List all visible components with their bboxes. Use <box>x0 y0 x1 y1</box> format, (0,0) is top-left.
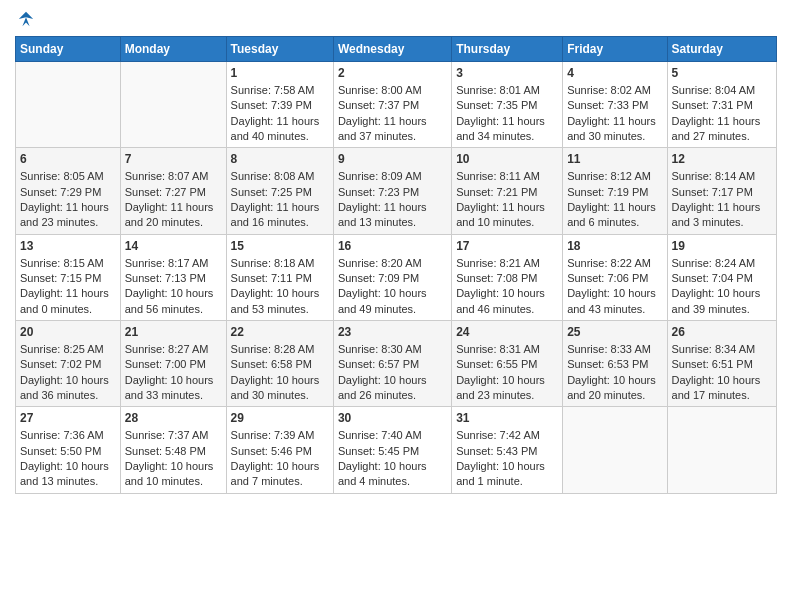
calendar-cell: 30Sunrise: 7:40 AMSunset: 5:45 PMDayligh… <box>333 407 451 493</box>
col-header-tuesday: Tuesday <box>226 37 333 62</box>
day-number: 14 <box>125 238 222 255</box>
day-info: Sunrise: 8:25 AM <box>20 342 116 357</box>
calendar-cell: 18Sunrise: 8:22 AMSunset: 7:06 PMDayligh… <box>563 234 667 320</box>
day-info: Daylight: 10 hours and 7 minutes. <box>231 459 329 490</box>
day-info: Daylight: 10 hours and 53 minutes. <box>231 286 329 317</box>
logo <box>15 10 35 28</box>
day-info: Daylight: 10 hours and 56 minutes. <box>125 286 222 317</box>
day-info: Daylight: 10 hours and 1 minute. <box>456 459 558 490</box>
day-info: Sunset: 7:25 PM <box>231 185 329 200</box>
week-row-0: 1Sunrise: 7:58 AMSunset: 7:39 PMDaylight… <box>16 62 777 148</box>
day-info: Daylight: 11 hours and 16 minutes. <box>231 200 329 231</box>
day-info: Sunrise: 8:24 AM <box>672 256 772 271</box>
day-info: Sunrise: 7:36 AM <box>20 428 116 443</box>
day-info: Sunset: 7:29 PM <box>20 185 116 200</box>
week-row-1: 6Sunrise: 8:05 AMSunset: 7:29 PMDaylight… <box>16 148 777 234</box>
day-info: Sunrise: 8:27 AM <box>125 342 222 357</box>
day-info: Sunrise: 8:08 AM <box>231 169 329 184</box>
svg-marker-0 <box>19 12 33 26</box>
day-info: Sunset: 7:13 PM <box>125 271 222 286</box>
day-info: Sunset: 7:15 PM <box>20 271 116 286</box>
day-info: Daylight: 10 hours and 46 minutes. <box>456 286 558 317</box>
calendar-cell: 14Sunrise: 8:17 AMSunset: 7:13 PMDayligh… <box>120 234 226 320</box>
day-info: Daylight: 11 hours and 6 minutes. <box>567 200 662 231</box>
logo-bird-icon <box>17 10 35 28</box>
calendar-cell: 13Sunrise: 8:15 AMSunset: 7:15 PMDayligh… <box>16 234 121 320</box>
calendar-cell: 9Sunrise: 8:09 AMSunset: 7:23 PMDaylight… <box>333 148 451 234</box>
col-header-friday: Friday <box>563 37 667 62</box>
page: SundayMondayTuesdayWednesdayThursdayFrid… <box>0 0 792 504</box>
day-info: Sunrise: 8:00 AM <box>338 83 447 98</box>
day-number: 16 <box>338 238 447 255</box>
day-info: Daylight: 11 hours and 27 minutes. <box>672 114 772 145</box>
day-info: Sunrise: 8:21 AM <box>456 256 558 271</box>
day-number: 26 <box>672 324 772 341</box>
day-info: Sunset: 5:48 PM <box>125 444 222 459</box>
day-info: Sunrise: 7:40 AM <box>338 428 447 443</box>
calendar-cell: 16Sunrise: 8:20 AMSunset: 7:09 PMDayligh… <box>333 234 451 320</box>
day-info: Sunrise: 7:42 AM <box>456 428 558 443</box>
calendar-cell: 3Sunrise: 8:01 AMSunset: 7:35 PMDaylight… <box>452 62 563 148</box>
day-info: Sunrise: 8:11 AM <box>456 169 558 184</box>
day-info: Daylight: 10 hours and 33 minutes. <box>125 373 222 404</box>
day-number: 10 <box>456 151 558 168</box>
day-info: Sunrise: 8:33 AM <box>567 342 662 357</box>
day-info: Sunset: 6:58 PM <box>231 357 329 372</box>
day-info: Daylight: 11 hours and 23 minutes. <box>20 200 116 231</box>
calendar-cell: 28Sunrise: 7:37 AMSunset: 5:48 PMDayligh… <box>120 407 226 493</box>
day-info: Sunset: 7:02 PM <box>20 357 116 372</box>
day-info: Sunrise: 7:39 AM <box>231 428 329 443</box>
day-info: Sunrise: 8:28 AM <box>231 342 329 357</box>
day-info: Sunset: 7:11 PM <box>231 271 329 286</box>
day-info: Daylight: 11 hours and 40 minutes. <box>231 114 329 145</box>
day-info: Sunset: 7:09 PM <box>338 271 447 286</box>
col-header-thursday: Thursday <box>452 37 563 62</box>
day-info: Sunset: 7:33 PM <box>567 98 662 113</box>
day-info: Sunset: 7:19 PM <box>567 185 662 200</box>
day-number: 4 <box>567 65 662 82</box>
day-number: 22 <box>231 324 329 341</box>
day-info: Daylight: 11 hours and 10 minutes. <box>456 200 558 231</box>
calendar-cell: 31Sunrise: 7:42 AMSunset: 5:43 PMDayligh… <box>452 407 563 493</box>
day-info: Daylight: 10 hours and 30 minutes. <box>231 373 329 404</box>
day-info: Sunset: 7:00 PM <box>125 357 222 372</box>
day-info: Sunset: 5:46 PM <box>231 444 329 459</box>
day-info: Sunrise: 7:37 AM <box>125 428 222 443</box>
day-info: Sunset: 5:45 PM <box>338 444 447 459</box>
calendar-cell: 26Sunrise: 8:34 AMSunset: 6:51 PMDayligh… <box>667 321 776 407</box>
day-info: Sunset: 5:43 PM <box>456 444 558 459</box>
day-info: Sunrise: 8:17 AM <box>125 256 222 271</box>
day-info: Sunrise: 8:15 AM <box>20 256 116 271</box>
week-row-2: 13Sunrise: 8:15 AMSunset: 7:15 PMDayligh… <box>16 234 777 320</box>
day-info: Daylight: 11 hours and 13 minutes. <box>338 200 447 231</box>
calendar-cell: 10Sunrise: 8:11 AMSunset: 7:21 PMDayligh… <box>452 148 563 234</box>
calendar-cell: 17Sunrise: 8:21 AMSunset: 7:08 PMDayligh… <box>452 234 563 320</box>
day-number: 2 <box>338 65 447 82</box>
calendar-cell: 6Sunrise: 8:05 AMSunset: 7:29 PMDaylight… <box>16 148 121 234</box>
calendar-cell: 12Sunrise: 8:14 AMSunset: 7:17 PMDayligh… <box>667 148 776 234</box>
calendar-cell: 27Sunrise: 7:36 AMSunset: 5:50 PMDayligh… <box>16 407 121 493</box>
day-number: 18 <box>567 238 662 255</box>
header <box>15 10 777 28</box>
calendar-header-row: SundayMondayTuesdayWednesdayThursdayFrid… <box>16 37 777 62</box>
day-info: Sunrise: 8:22 AM <box>567 256 662 271</box>
day-number: 15 <box>231 238 329 255</box>
day-info: Daylight: 11 hours and 30 minutes. <box>567 114 662 145</box>
day-info: Daylight: 10 hours and 4 minutes. <box>338 459 447 490</box>
day-number: 7 <box>125 151 222 168</box>
day-info: Sunset: 7:17 PM <box>672 185 772 200</box>
day-info: Daylight: 10 hours and 43 minutes. <box>567 286 662 317</box>
day-info: Sunrise: 7:58 AM <box>231 83 329 98</box>
day-number: 21 <box>125 324 222 341</box>
day-info: Daylight: 10 hours and 23 minutes. <box>456 373 558 404</box>
calendar-table: SundayMondayTuesdayWednesdayThursdayFrid… <box>15 36 777 494</box>
day-number: 13 <box>20 238 116 255</box>
day-number: 28 <box>125 410 222 427</box>
col-header-wednesday: Wednesday <box>333 37 451 62</box>
calendar-cell: 1Sunrise: 7:58 AMSunset: 7:39 PMDaylight… <box>226 62 333 148</box>
day-number: 27 <box>20 410 116 427</box>
day-number: 12 <box>672 151 772 168</box>
calendar-cell: 8Sunrise: 8:08 AMSunset: 7:25 PMDaylight… <box>226 148 333 234</box>
day-info: Sunrise: 8:12 AM <box>567 169 662 184</box>
day-info: Sunset: 6:55 PM <box>456 357 558 372</box>
